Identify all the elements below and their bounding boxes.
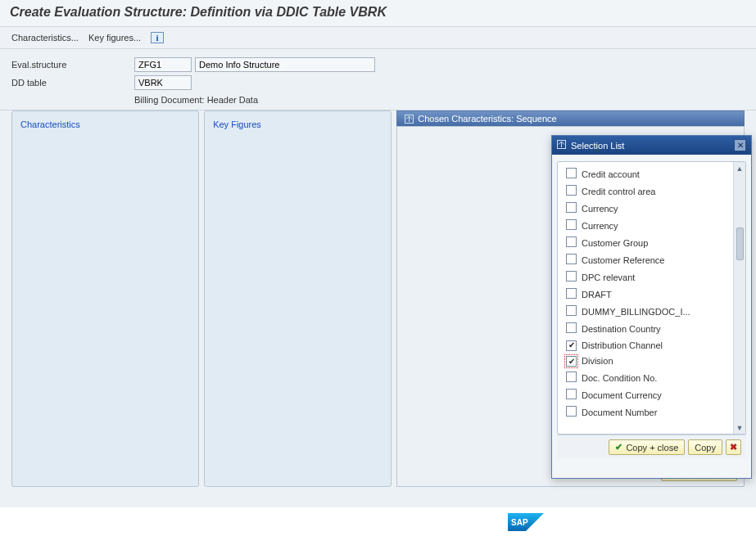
x-icon: ✖ bbox=[730, 442, 737, 453]
checkbox[interactable] bbox=[566, 236, 577, 247]
list-item-label: DRAFT bbox=[582, 290, 612, 300]
list-item-label: Currency bbox=[582, 221, 618, 231]
checkbox[interactable] bbox=[566, 271, 577, 282]
list-item-label: Destination Country bbox=[582, 324, 661, 334]
toolbar: Characteristics... Key figures... i bbox=[0, 27, 756, 49]
key-figures-panel: Key Figures bbox=[204, 110, 392, 487]
status-bar bbox=[0, 515, 756, 536]
dialog-titlebar[interactable]: Selection List ✕ bbox=[552, 136, 751, 155]
list-item-label: Customer Group bbox=[582, 238, 648, 248]
checkbox[interactable] bbox=[566, 340, 577, 351]
characteristics-link[interactable]: Characteristics bbox=[20, 119, 80, 129]
list-item-label: Document Currency bbox=[582, 390, 662, 400]
checkbox[interactable] bbox=[566, 254, 577, 264]
check-icon: ✔ bbox=[615, 442, 622, 453]
expand-icon[interactable] bbox=[557, 140, 566, 151]
dialog-title: Selection List bbox=[571, 141, 624, 151]
svg-text:SAP: SAP bbox=[511, 518, 528, 527]
sap-logo: SAP bbox=[508, 513, 544, 531]
checkbox[interactable] bbox=[566, 185, 577, 196]
dialog-copy-button[interactable]: Copy bbox=[688, 439, 722, 455]
list-item-label: Distribution Channel bbox=[582, 340, 663, 350]
checkbox[interactable] bbox=[566, 202, 577, 213]
chosen-panel-title: Chosen Characteristics: Sequence bbox=[418, 114, 556, 124]
selection-list-dialog: Selection List ✕ Credit accountCredit co… bbox=[551, 135, 752, 479]
list-item[interactable]: Credit account bbox=[564, 165, 732, 182]
checkbox[interactable] bbox=[566, 168, 577, 178]
dialog-footer: ✔ Copy + close Copy ✖ bbox=[557, 435, 746, 459]
list-item[interactable]: Currency bbox=[564, 217, 732, 234]
characteristics-panel: Characteristics bbox=[11, 110, 199, 487]
list-item[interactable]: DUMMY_BILLINGDOC_I... bbox=[564, 303, 732, 320]
list-item[interactable]: DPC relevant bbox=[564, 268, 732, 286]
scrollbar[interactable]: ▲ ▼ bbox=[733, 162, 745, 434]
list-item[interactable]: Doc. Condition No. bbox=[564, 369, 732, 386]
eval-structure-input[interactable] bbox=[134, 57, 192, 72]
button-label: Copy bbox=[695, 443, 716, 453]
dialog-close-button[interactable]: ✕ bbox=[734, 139, 746, 151]
scroll-down-arrow[interactable]: ▼ bbox=[734, 421, 745, 434]
dd-table-desc: Billing Document: Header Data bbox=[11, 93, 745, 106]
scroll-up-arrow[interactable]: ▲ bbox=[734, 162, 745, 174]
list-item-label: Credit control area bbox=[582, 187, 656, 196]
list-item[interactable]: Destination Country bbox=[564, 320, 732, 337]
list-item-label: Doc. Condition No. bbox=[582, 373, 657, 383]
checkbox[interactable] bbox=[566, 322, 577, 333]
scroll-thumb[interactable] bbox=[736, 227, 744, 260]
info-icon[interactable]: i bbox=[151, 32, 164, 43]
dialog-body: Credit accountCredit control areaCurrenc… bbox=[552, 155, 751, 478]
dd-table-input[interactable] bbox=[134, 75, 192, 90]
checkbox[interactable] bbox=[566, 356, 577, 367]
eval-structure-label: Eval.structure bbox=[11, 60, 134, 70]
checkbox[interactable] bbox=[566, 389, 577, 399]
list-item-label: Division bbox=[582, 356, 613, 366]
list-item[interactable]: Distribution Channel bbox=[564, 337, 732, 354]
button-label: Copy + close bbox=[626, 443, 678, 453]
list-item-label: Currency bbox=[582, 204, 618, 214]
checkbox[interactable] bbox=[566, 305, 577, 316]
checkbox[interactable] bbox=[566, 219, 577, 230]
list-item[interactable]: DRAFT bbox=[564, 286, 732, 303]
list-item[interactable]: Document Number bbox=[564, 403, 732, 421]
list-item[interactable]: Division bbox=[564, 354, 732, 370]
list-item-label: Credit account bbox=[582, 169, 640, 179]
key-figures-menu[interactable]: Key figures... bbox=[88, 33, 141, 43]
page-title: Create Evaluation Structure: Definition … bbox=[0, 0, 756, 27]
checkbox[interactable] bbox=[566, 406, 577, 417]
dialog-cancel-button[interactable]: ✖ bbox=[726, 439, 741, 455]
dialog-copy-close-button[interactable]: ✔ Copy + close bbox=[609, 439, 685, 455]
list-item-label: DUMMY_BILLINGDOC_I... bbox=[582, 307, 690, 317]
list-item[interactable]: Document Currency bbox=[564, 386, 732, 403]
selection-list: Credit accountCredit control areaCurrenc… bbox=[557, 161, 746, 435]
dd-table-label: DD table bbox=[11, 78, 134, 88]
list-item-label: Document Number bbox=[582, 408, 657, 417]
list-item-label: Customer Reference bbox=[582, 255, 665, 265]
list-item[interactable]: Customer Reference bbox=[564, 251, 732, 268]
characteristics-menu[interactable]: Characteristics... bbox=[11, 33, 79, 43]
form-area: Eval.structure DD table Billing Document… bbox=[0, 49, 756, 110]
list-item[interactable]: Currency bbox=[564, 200, 732, 217]
key-figures-link[interactable]: Key Figures bbox=[213, 119, 261, 129]
expand-icon[interactable] bbox=[404, 114, 414, 124]
list-item[interactable]: Customer Group bbox=[564, 234, 732, 251]
chosen-panel-header: Chosen Characteristics: Sequence bbox=[396, 110, 745, 126]
list-item[interactable]: Credit control area bbox=[564, 182, 732, 200]
list-item-label: DPC relevant bbox=[582, 273, 635, 282]
eval-structure-desc-input[interactable] bbox=[195, 57, 375, 72]
checkbox[interactable] bbox=[566, 288, 577, 299]
checkbox[interactable] bbox=[566, 372, 577, 382]
